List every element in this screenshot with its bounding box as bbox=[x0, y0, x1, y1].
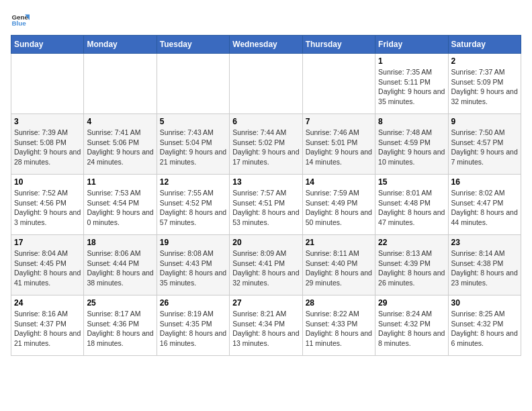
day-number: 10 bbox=[14, 177, 81, 187]
day-info: Sunrise: 7:55 AM Sunset: 4:52 PM Dayligh… bbox=[160, 188, 226, 228]
calendar-cell bbox=[11, 54, 84, 114]
day-info: Sunrise: 7:46 AM Sunset: 5:01 PM Dayligh… bbox=[306, 128, 372, 167]
calendar-cell: 19Sunrise: 8:08 AM Sunset: 4:43 PM Dayli… bbox=[157, 235, 229, 295]
day-number: 13 bbox=[232, 177, 299, 187]
calendar-cell bbox=[230, 54, 302, 114]
day-info: Sunrise: 8:04 AM Sunset: 4:45 PM Dayligh… bbox=[14, 248, 81, 288]
day-number: 25 bbox=[87, 298, 153, 308]
day-info: Sunrise: 8:21 AM Sunset: 4:34 PM Dayligh… bbox=[232, 309, 299, 349]
day-header-saturday: Saturday bbox=[448, 36, 521, 54]
calendar-cell: 28Sunrise: 8:22 AM Sunset: 4:33 PM Dayli… bbox=[302, 295, 375, 356]
day-number: 21 bbox=[306, 238, 372, 247]
day-info: Sunrise: 7:37 AM Sunset: 5:09 PM Dayligh… bbox=[451, 67, 518, 107]
day-info: Sunrise: 8:09 AM Sunset: 4:41 PM Dayligh… bbox=[232, 248, 299, 288]
calendar-cell: 29Sunrise: 8:24 AM Sunset: 4:32 PM Dayli… bbox=[375, 295, 448, 356]
day-info: Sunrise: 8:19 AM Sunset: 4:35 PM Dayligh… bbox=[160, 309, 226, 349]
day-number: 11 bbox=[87, 177, 153, 187]
day-number: 18 bbox=[87, 238, 153, 247]
page-header: General Blue bbox=[11, 11, 521, 30]
day-info: Sunrise: 7:39 AM Sunset: 5:08 PM Dayligh… bbox=[14, 128, 81, 167]
calendar-cell: 10Sunrise: 7:52 AM Sunset: 4:56 PM Dayli… bbox=[11, 175, 84, 235]
day-number: 26 bbox=[160, 298, 226, 308]
day-header-tuesday: Tuesday bbox=[157, 36, 229, 54]
calendar-cell: 4Sunrise: 7:41 AM Sunset: 5:06 PM Daylig… bbox=[84, 114, 157, 175]
calendar-cell: 3Sunrise: 7:39 AM Sunset: 5:08 PM Daylig… bbox=[11, 114, 84, 175]
calendar-cell: 11Sunrise: 7:53 AM Sunset: 4:54 PM Dayli… bbox=[84, 175, 157, 235]
day-info: Sunrise: 7:59 AM Sunset: 4:49 PM Dayligh… bbox=[306, 188, 372, 228]
day-header-thursday: Thursday bbox=[302, 36, 375, 54]
week-row-3: 10Sunrise: 7:52 AM Sunset: 4:56 PM Dayli… bbox=[11, 175, 521, 235]
day-number: 7 bbox=[306, 117, 372, 126]
day-number: 14 bbox=[306, 177, 372, 187]
svg-text:Blue: Blue bbox=[11, 19, 26, 27]
calendar-cell: 7Sunrise: 7:46 AM Sunset: 5:01 PM Daylig… bbox=[302, 114, 375, 175]
day-info: Sunrise: 7:50 AM Sunset: 4:57 PM Dayligh… bbox=[451, 128, 518, 167]
week-row-4: 17Sunrise: 8:04 AM Sunset: 4:45 PM Dayli… bbox=[11, 235, 521, 295]
calendar-cell: 13Sunrise: 7:57 AM Sunset: 4:51 PM Dayli… bbox=[230, 175, 302, 235]
day-info: Sunrise: 8:11 AM Sunset: 4:40 PM Dayligh… bbox=[306, 248, 372, 288]
day-info: Sunrise: 8:02 AM Sunset: 4:47 PM Dayligh… bbox=[451, 188, 518, 228]
calendar-cell: 1Sunrise: 7:35 AM Sunset: 5:11 PM Daylig… bbox=[375, 54, 448, 114]
day-number: 16 bbox=[451, 177, 518, 187]
calendar-cell bbox=[157, 54, 229, 114]
calendar-cell bbox=[84, 54, 157, 114]
calendar-cell: 26Sunrise: 8:19 AM Sunset: 4:35 PM Dayli… bbox=[157, 295, 229, 356]
day-info: Sunrise: 8:08 AM Sunset: 4:43 PM Dayligh… bbox=[160, 248, 226, 288]
calendar-cell: 16Sunrise: 8:02 AM Sunset: 4:47 PM Dayli… bbox=[448, 175, 521, 235]
day-number: 28 bbox=[306, 298, 372, 308]
logo: General Blue bbox=[11, 11, 30, 30]
calendar-cell: 21Sunrise: 8:11 AM Sunset: 4:40 PM Dayli… bbox=[302, 235, 375, 295]
calendar: SundayMondayTuesdayWednesdayThursdayFrid… bbox=[11, 35, 521, 356]
day-info: Sunrise: 7:53 AM Sunset: 4:54 PM Dayligh… bbox=[87, 188, 153, 228]
calendar-cell: 9Sunrise: 7:50 AM Sunset: 4:57 PM Daylig… bbox=[448, 114, 521, 175]
week-row-2: 3Sunrise: 7:39 AM Sunset: 5:08 PM Daylig… bbox=[11, 114, 521, 175]
calendar-cell: 5Sunrise: 7:43 AM Sunset: 5:04 PM Daylig… bbox=[157, 114, 229, 175]
calendar-header-row: SundayMondayTuesdayWednesdayThursdayFrid… bbox=[11, 36, 521, 54]
day-number: 9 bbox=[451, 117, 518, 126]
day-info: Sunrise: 8:13 AM Sunset: 4:39 PM Dayligh… bbox=[378, 248, 445, 288]
week-row-1: 1Sunrise: 7:35 AM Sunset: 5:11 PM Daylig… bbox=[11, 54, 521, 114]
calendar-cell: 18Sunrise: 8:06 AM Sunset: 4:44 PM Dayli… bbox=[84, 235, 157, 295]
calendar-cell: 30Sunrise: 8:25 AM Sunset: 4:32 PM Dayli… bbox=[448, 295, 521, 356]
day-info: Sunrise: 7:57 AM Sunset: 4:51 PM Dayligh… bbox=[232, 188, 299, 228]
week-row-5: 24Sunrise: 8:16 AM Sunset: 4:37 PM Dayli… bbox=[11, 295, 521, 356]
day-info: Sunrise: 8:06 AM Sunset: 4:44 PM Dayligh… bbox=[87, 248, 153, 288]
day-info: Sunrise: 7:41 AM Sunset: 5:06 PM Dayligh… bbox=[87, 128, 153, 167]
day-header-wednesday: Wednesday bbox=[230, 36, 302, 54]
day-number: 15 bbox=[378, 177, 445, 187]
day-info: Sunrise: 7:43 AM Sunset: 5:04 PM Dayligh… bbox=[160, 128, 226, 167]
day-info: Sunrise: 7:44 AM Sunset: 5:02 PM Dayligh… bbox=[232, 128, 299, 167]
day-info: Sunrise: 7:35 AM Sunset: 5:11 PM Dayligh… bbox=[378, 67, 445, 107]
day-number: 3 bbox=[14, 117, 81, 126]
day-info: Sunrise: 8:01 AM Sunset: 4:48 PM Dayligh… bbox=[378, 188, 445, 228]
day-info: Sunrise: 7:48 AM Sunset: 4:59 PM Dayligh… bbox=[378, 128, 445, 167]
day-number: 19 bbox=[160, 238, 226, 247]
day-number: 2 bbox=[451, 56, 518, 66]
day-info: Sunrise: 8:25 AM Sunset: 4:32 PM Dayligh… bbox=[451, 309, 518, 349]
day-header-monday: Monday bbox=[84, 36, 157, 54]
day-number: 27 bbox=[232, 298, 299, 308]
calendar-cell: 17Sunrise: 8:04 AM Sunset: 4:45 PM Dayli… bbox=[11, 235, 84, 295]
day-header-sunday: Sunday bbox=[11, 36, 84, 54]
day-info: Sunrise: 8:14 AM Sunset: 4:38 PM Dayligh… bbox=[451, 248, 518, 288]
calendar-cell: 2Sunrise: 7:37 AM Sunset: 5:09 PM Daylig… bbox=[448, 54, 521, 114]
day-info: Sunrise: 8:16 AM Sunset: 4:37 PM Dayligh… bbox=[14, 309, 81, 349]
day-number: 30 bbox=[451, 298, 518, 308]
calendar-cell: 12Sunrise: 7:55 AM Sunset: 4:52 PM Dayli… bbox=[157, 175, 229, 235]
calendar-cell: 6Sunrise: 7:44 AM Sunset: 5:02 PM Daylig… bbox=[230, 114, 302, 175]
day-number: 29 bbox=[378, 298, 445, 308]
day-info: Sunrise: 8:24 AM Sunset: 4:32 PM Dayligh… bbox=[378, 309, 445, 349]
day-number: 22 bbox=[378, 238, 445, 247]
calendar-cell: 23Sunrise: 8:14 AM Sunset: 4:38 PM Dayli… bbox=[448, 235, 521, 295]
day-number: 6 bbox=[232, 117, 299, 126]
day-number: 20 bbox=[232, 238, 299, 247]
day-number: 24 bbox=[14, 298, 81, 308]
calendar-cell: 24Sunrise: 8:16 AM Sunset: 4:37 PM Dayli… bbox=[11, 295, 84, 356]
day-number: 5 bbox=[160, 117, 226, 126]
calendar-cell: 20Sunrise: 8:09 AM Sunset: 4:41 PM Dayli… bbox=[230, 235, 302, 295]
day-number: 23 bbox=[451, 238, 518, 247]
day-number: 17 bbox=[14, 238, 81, 247]
day-info: Sunrise: 7:52 AM Sunset: 4:56 PM Dayligh… bbox=[14, 188, 81, 228]
calendar-cell: 15Sunrise: 8:01 AM Sunset: 4:48 PM Dayli… bbox=[375, 175, 448, 235]
day-info: Sunrise: 8:17 AM Sunset: 4:36 PM Dayligh… bbox=[87, 309, 153, 349]
